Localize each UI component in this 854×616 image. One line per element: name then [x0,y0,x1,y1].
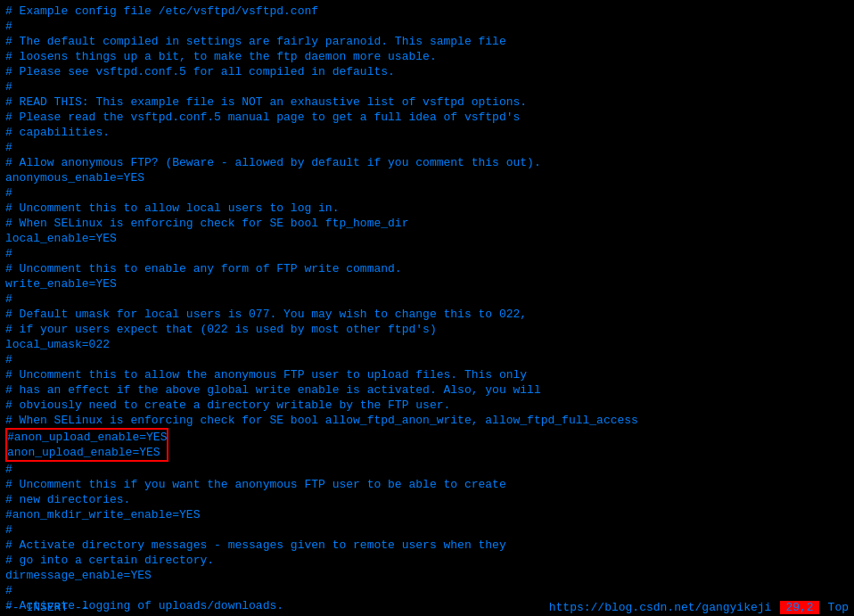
terminal-line: # Uncomment this to allow local users to… [5,201,849,216]
highlighted-block: #anon_upload_enable=YESanon_upload_enabl… [5,428,168,462]
terminal-line: # [5,292,849,307]
terminal-line: # When SELinux is enforcing check for SE… [5,413,849,428]
terminal-line: #anon_mkdir_write_enable=YES [5,507,849,522]
terminal-line: # [5,462,849,477]
terminal-line: anonymous_enable=YES [5,170,849,185]
terminal-line: # [5,246,849,261]
status-right: https://blog.csdn.net/gangyikeji 29,2 To… [549,601,849,614]
terminal-line: local_umask=022 [5,337,849,352]
terminal-line: # go into a certain directory. [5,553,849,568]
watermark: https://blog.csdn.net/gangyikeji [549,601,772,614]
terminal-line: # loosens things up a bit, to make the f… [5,49,849,64]
terminal-line: # Activate directory messages - messages… [5,538,849,553]
terminal-line: # Default umask for local users is 077. … [5,307,849,322]
terminal-line: # new directories. [5,492,849,507]
terminal-line: dirmessage_enable=YES [5,568,849,583]
terminal-line: # When SELinux is enforcing check for SE… [5,216,849,231]
terminal-line: # Uncomment this if you want the anonymo… [5,477,849,492]
terminal-line: # Please see vsftpd.conf.5 for all compi… [5,64,849,79]
terminal-line: # [5,583,849,598]
terminal-line: # The default compiled in settings are f… [5,34,849,49]
terminal-line: anon_upload_enable=YES [7,445,167,460]
terminal-line: # [5,19,849,34]
terminal-line: # if your users expect that (022 is used… [5,322,849,337]
terminal-line: # Uncomment this to enable any form of F… [5,261,849,276]
cursor-position: 29,2 [780,601,818,614]
terminal-line: # capabilities. [5,125,849,140]
terminal-line: #anon_upload_enable=YES [7,430,167,445]
insert-mode: -- INSERT -- [5,601,89,614]
terminal-line: # [5,352,849,367]
terminal-line: # [5,522,849,538]
content-area: # Example config file /etc/vsftpd/vsftpd… [5,4,849,616]
terminal-line: # [5,79,849,94]
terminal-line: # Allow anonymous FTP? (Beware - allowed… [5,155,849,170]
terminal-line: # READ THIS: This example file is NOT an… [5,94,849,110]
terminal: # Example config file /etc/vsftpd/vsftpd… [0,0,854,616]
terminal-line: local_enable=YES [5,231,849,246]
terminal-line: # Example config file /etc/vsftpd/vsftpd… [5,4,849,19]
terminal-line: # Uncomment this to allow the anonymous … [5,367,849,382]
terminal-line: # obviously need to create a directory w… [5,398,849,413]
terminal-line: # [5,140,849,155]
terminal-line: # [5,185,849,201]
scroll-position: Top [828,601,849,614]
terminal-line: # Please read the vsftpd.conf.5 manual p… [5,110,849,125]
terminal-line: write_enable=YES [5,276,849,292]
status-bar: -- INSERT -- https://blog.csdn.net/gangy… [0,598,854,616]
terminal-line: # has an effect if the above global writ… [5,382,849,398]
